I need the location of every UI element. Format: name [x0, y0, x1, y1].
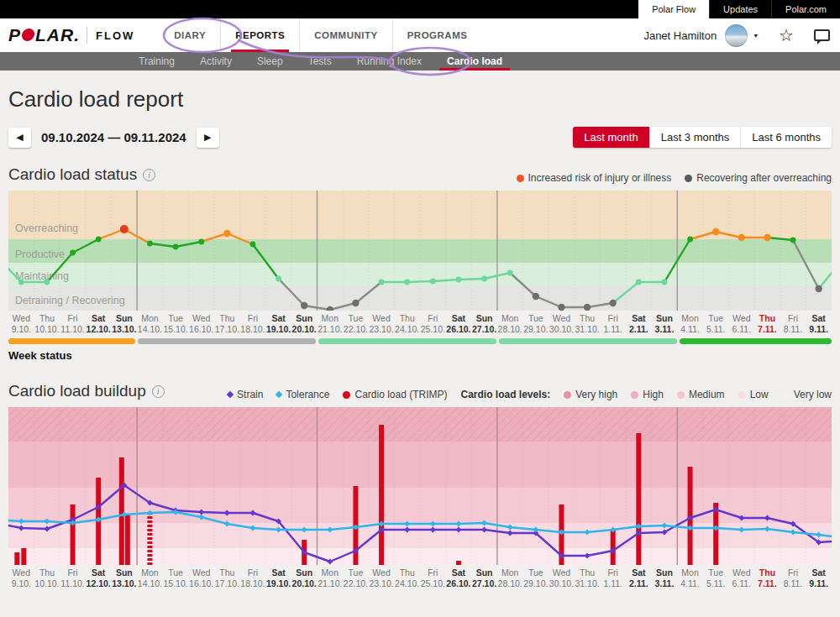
- legend-marker-icon: [343, 391, 350, 399]
- legend-marker-icon: [564, 391, 571, 399]
- axis-day-label: Mon21.10.: [318, 313, 344, 335]
- axis-day-label: Sat12.10.: [86, 567, 112, 589]
- nav-item-programs[interactable]: PROGRAMS: [392, 18, 482, 52]
- topbar-tab-polar-flow[interactable]: Polar Flow: [638, 0, 709, 18]
- nav-item-community[interactable]: COMMUNITY: [299, 18, 391, 52]
- axis-day-label: Thu24.10.: [394, 313, 420, 335]
- axis-day-label: Thu7.11.: [754, 567, 780, 589]
- axis-day-label: Tue5.11.: [703, 567, 729, 589]
- axis-day-label: Sun13.10.: [112, 313, 138, 335]
- axis-day-label: Sun20.10.: [291, 313, 318, 335]
- axis-day-label: Tue29.10.: [523, 567, 549, 589]
- axis-day-label: Mon21.10.: [318, 567, 344, 589]
- topbar-tab-updates[interactable]: Updates: [709, 0, 771, 18]
- axis-day-label: Sun27.10.: [471, 313, 497, 335]
- axis-day-label: Wed30.10.: [549, 567, 575, 589]
- legend-item: Low: [738, 389, 769, 400]
- axis-day-label: Sun3.11.: [652, 567, 678, 589]
- axis-day-label: Sun27.10.: [471, 567, 497, 589]
- feedback-chat-icon[interactable]: [814, 29, 830, 41]
- last-month-button[interactable]: Last month: [573, 127, 648, 148]
- buildup-chart-x-axis: Wed9.10.Thu10.10.Fri11.10.Sat12.10.Sun13…: [8, 567, 832, 589]
- axis-day-label: Fri11.10.: [60, 313, 86, 335]
- divider: [87, 27, 87, 44]
- buildup-title-text: Cardio load buildup: [8, 382, 146, 400]
- buildup-legend: StrainToleranceCardio load (TRIMP)Cardio…: [228, 389, 832, 400]
- date-controls-row: ◀ 09.10.2024 — 09.11.2024 ▶ Last month L…: [8, 127, 832, 148]
- axis-day-label: Wed6.11.: [729, 567, 755, 589]
- axis-day-label: Mon4.11.: [677, 313, 703, 335]
- subnav-item-tests[interactable]: Tests: [296, 52, 344, 71]
- legend-label: High: [643, 389, 664, 400]
- axis-day-label: Sat2.11.: [626, 313, 652, 335]
- user-name[interactable]: Janet Hamilton: [643, 29, 717, 42]
- buildup-section-header: Cardio load buildup i StrainToleranceCar…: [8, 382, 832, 400]
- legend-marker-icon: [276, 391, 282, 398]
- legend-marker-icon: [631, 391, 638, 399]
- page-title: Cardio load report: [8, 86, 832, 112]
- axis-day-label: Fri11.10.: [60, 567, 86, 589]
- polar-logo[interactable]: PLAR.: [8, 25, 80, 45]
- subnav-item-running-index[interactable]: Running Index: [344, 52, 434, 71]
- legend-item: Tolerance: [276, 389, 329, 400]
- svg-text:Productive: Productive: [15, 248, 65, 260]
- axis-day-label: Tue15.10.: [163, 313, 189, 335]
- axis-day-label: Fri18.10.: [240, 313, 266, 335]
- legend-item: Medium: [677, 389, 725, 400]
- header-right: Janet Hamilton ▼ ☆: [643, 24, 830, 47]
- axis-day-label: Wed9.10.: [8, 567, 34, 589]
- last-6-months-button[interactable]: Last 6 months: [740, 127, 832, 148]
- axis-day-label: Wed23.10.: [369, 567, 395, 589]
- legend-label: Cardio load levels:: [461, 389, 551, 400]
- avatar[interactable]: [725, 24, 748, 47]
- axis-day-label: Mon14.10.: [137, 567, 163, 589]
- week-status-segment: [499, 338, 677, 344]
- legend-item: Cardio load levels:: [461, 389, 551, 400]
- axis-day-label: Tue5.11.: [703, 313, 729, 335]
- cardio-load-buildup-chart[interactable]: [8, 407, 832, 565]
- axis-day-label: Fri8.11.: [780, 567, 806, 589]
- subnav-item-activity[interactable]: Activity: [187, 52, 244, 71]
- axis-day-label: Tue15.10.: [163, 567, 189, 589]
- axis-day-label: Thu17.10.: [214, 313, 240, 335]
- axis-day-label: Thu7.11.: [754, 313, 780, 335]
- subnav-item-sleep[interactable]: Sleep: [244, 52, 296, 71]
- subnav-item-training[interactable]: Training: [126, 52, 187, 71]
- axis-day-label: Tue22.10.: [343, 313, 369, 335]
- chevron-down-icon[interactable]: ▼: [753, 33, 759, 39]
- legend-item: Very low: [782, 389, 832, 400]
- axis-day-label: Thu10.10.: [34, 313, 60, 335]
- reports-subnav: Training Activity Sleep Tests Running In…: [0, 52, 840, 71]
- info-icon[interactable]: i: [143, 169, 155, 181]
- logo-red-dot-icon: [21, 29, 35, 41]
- status-legend: Increased risk of injury or illnessRecov…: [517, 172, 832, 184]
- info-icon[interactable]: i: [152, 385, 165, 398]
- legend-label: Strain: [237, 389, 263, 400]
- legend-marker-icon: [782, 391, 790, 399]
- status-section-header: Cardio load status i Increased risk of i…: [8, 165, 832, 184]
- legend-marker-icon: [738, 391, 746, 399]
- axis-day-label: Fri25.10.: [420, 313, 446, 335]
- axis-day-label: Fri25.10.: [420, 567, 446, 589]
- cardio-load-status-chart[interactable]: OverreachingProductiveMaintainingDetrain…: [8, 191, 832, 311]
- axis-day-label: Wed23.10.: [369, 313, 395, 335]
- axis-day-label: Mon4.11.: [677, 567, 703, 589]
- legend-label: Very high: [575, 389, 617, 400]
- topbar-tab-polar-com[interactable]: Polar.com: [771, 0, 840, 18]
- nav-item-reports[interactable]: REPORTS: [220, 18, 299, 52]
- axis-day-label: Sat2.11.: [626, 567, 652, 589]
- next-period-button[interactable]: ▶: [197, 128, 219, 148]
- legend-label: Increased risk of injury or illness: [528, 172, 672, 184]
- favorites-star-icon[interactable]: ☆: [779, 27, 794, 44]
- axis-day-label: Fri8.11.: [780, 313, 806, 335]
- previous-period-button[interactable]: ◀: [8, 128, 31, 148]
- svg-text:Detraining / Recovering: Detraining / Recovering: [15, 295, 125, 306]
- subnav-item-cardio-load[interactable]: Cardio load: [434, 52, 515, 71]
- last-3-months-button[interactable]: Last 3 months: [649, 127, 741, 148]
- date-range-label: 09.10.2024 — 09.11.2024: [41, 130, 186, 144]
- legend-label: Cardio load (TRIMP): [354, 389, 447, 400]
- axis-day-label: Fri1.11.: [600, 567, 626, 589]
- nav-item-diary[interactable]: DIARY: [160, 18, 220, 52]
- axis-day-label: Wed9.10.: [8, 313, 34, 335]
- legend-item: Cardio load (TRIMP): [343, 389, 447, 400]
